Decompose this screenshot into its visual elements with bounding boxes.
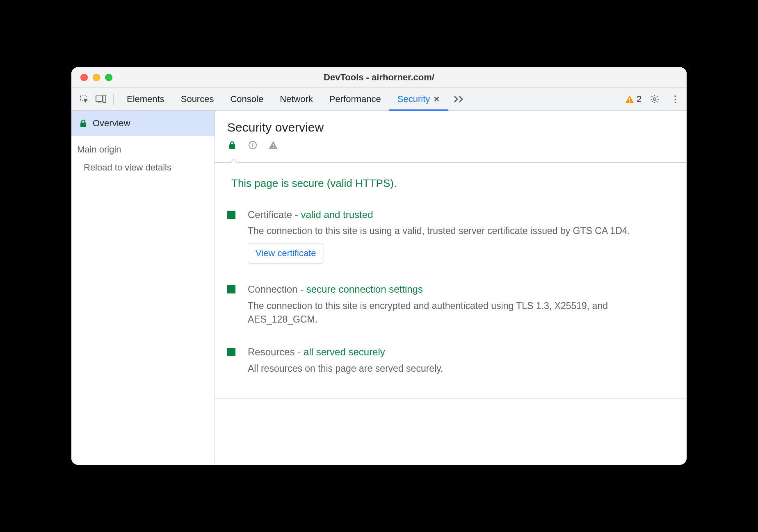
state-info-icon (248, 140, 258, 150)
section-certificate: Certificate - valid and trusted The conn… (227, 208, 674, 264)
panel-tabs: Elements Sources Console Network Perform… (119, 88, 448, 110)
section-connection: Connection - secure connection settings … (227, 282, 674, 326)
svg-rect-2 (98, 102, 101, 102)
resources-heading: Resources - all served securely (248, 345, 674, 359)
more-menu-icon[interactable]: ⋮ (668, 93, 683, 105)
issues-count: 2 (637, 94, 642, 105)
sidebar-item-overview[interactable]: Overview (71, 111, 215, 136)
separator (113, 93, 114, 105)
svg-rect-5 (629, 101, 630, 102)
devtools-toolbar: Elements Sources Console Network Perform… (71, 88, 687, 111)
panel-body: Overview Main origin Reload to view deta… (71, 111, 687, 465)
svg-rect-13 (273, 147, 274, 148)
certificate-description: The connection to this site is using a v… (248, 224, 674, 238)
overview-title: Security overview (227, 120, 674, 134)
resources-description: All resources on this page are served se… (248, 362, 674, 375)
svg-rect-7 (80, 123, 86, 127)
sidebar-reload-hint[interactable]: Reload to view details (71, 158, 215, 177)
toolbar-right: 2 ⋮ (625, 92, 683, 107)
tab-sources[interactable]: Sources (173, 88, 222, 110)
svg-rect-10 (252, 145, 253, 148)
overview-state-icons (227, 140, 674, 150)
status-square-icon (227, 348, 235, 356)
more-tabs-icon[interactable] (452, 92, 466, 107)
tab-security[interactable]: Security ✕ (389, 88, 448, 110)
status-square-icon (227, 285, 235, 293)
overview-divider (215, 162, 687, 163)
tab-elements[interactable]: Elements (119, 88, 173, 110)
connection-description: The connection to this site is encrypted… (248, 299, 674, 327)
security-sidebar: Overview Main origin Reload to view deta… (71, 111, 215, 465)
security-content: Security overview This page is secure (v… (215, 111, 687, 465)
device-toolbar-icon[interactable] (94, 92, 108, 107)
zoom-window-button[interactable] (105, 74, 112, 81)
tab-performance[interactable]: Performance (321, 88, 389, 110)
svg-rect-8 (229, 144, 235, 149)
tab-network[interactable]: Network (272, 88, 321, 110)
window-title: DevTools - airhorner.com/ (71, 72, 687, 83)
overview-body: This page is secure (valid HTTPS). Certi… (215, 163, 687, 398)
inspect-element-icon[interactable] (77, 92, 92, 107)
section-resources: Resources - all served securely All reso… (227, 345, 674, 375)
close-window-button[interactable] (80, 74, 88, 81)
titlebar: DevTools - airhorner.com/ (71, 67, 687, 88)
svg-rect-11 (252, 143, 253, 144)
connection-heading: Connection - secure connection settings (248, 282, 674, 297)
svg-rect-4 (629, 98, 630, 100)
svg-rect-1 (96, 96, 103, 101)
state-secure-icon (227, 140, 237, 150)
overview-header: Security overview (215, 111, 687, 154)
devtools-window: DevTools - airhorner.com/ Elements Sourc… (71, 67, 687, 465)
close-tab-icon[interactable]: ✕ (433, 94, 440, 104)
minimize-window-button[interactable] (93, 74, 100, 81)
overview-summary: This page is secure (valid HTTPS). (231, 176, 674, 191)
svg-point-6 (653, 98, 656, 100)
view-certificate-button[interactable]: View certificate (248, 243, 324, 264)
certificate-heading: Certificate - valid and trusted (248, 208, 674, 222)
svg-rect-3 (103, 95, 106, 102)
window-controls (71, 74, 112, 81)
settings-icon[interactable] (647, 92, 662, 107)
issues-badge[interactable]: 2 (625, 94, 642, 105)
sidebar-main-origin-heading: Main origin (71, 136, 215, 158)
warning-icon (625, 95, 634, 103)
lock-icon (80, 119, 87, 127)
status-square-icon (227, 211, 235, 219)
content-bottom-divider (215, 398, 687, 399)
svg-rect-12 (273, 144, 274, 146)
sidebar-overview-label: Overview (93, 118, 130, 129)
tab-console[interactable]: Console (222, 88, 272, 110)
state-warning-icon (268, 140, 278, 150)
